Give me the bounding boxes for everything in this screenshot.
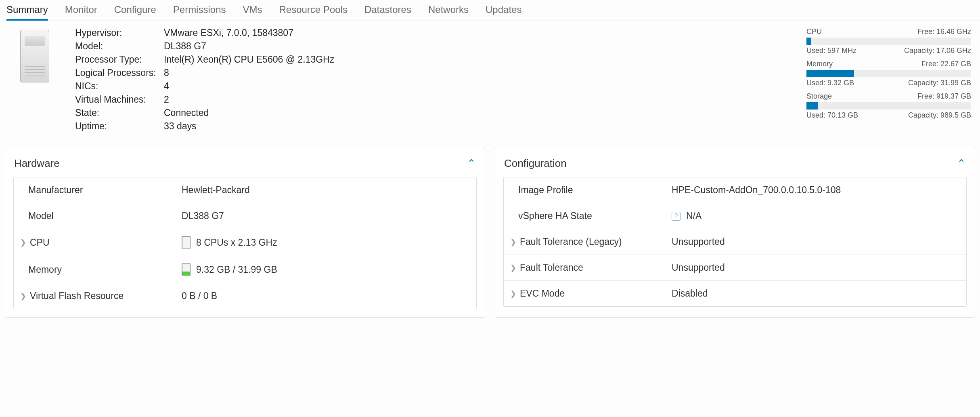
meter-cpu-bar [806, 38, 971, 45]
meter-memory-capacity: Capacity: 31.99 GB [908, 79, 971, 87]
value-nics: 4 [164, 81, 334, 92]
value-model: DL388 G7 [164, 41, 334, 52]
label-cpu: CPU [30, 237, 50, 248]
tab-networks[interactable]: Networks [428, 0, 469, 21]
tab-monitor[interactable]: Monitor [65, 0, 97, 21]
label-manufacturer: Manufacturer [28, 185, 83, 196]
tab-summary[interactable]: Summary [6, 0, 48, 21]
host-properties: Hypervisor: VMware ESXi, 7.0.0, 15843807… [75, 27, 334, 132]
label-memory: Memory [28, 264, 62, 275]
value-vflash: 0 B / 0 B [182, 291, 217, 301]
tab-permissions[interactable]: Permissions [173, 0, 226, 21]
summary-header: Hypervisor: VMware ESXi, 7.0.0, 15843807… [0, 21, 980, 148]
label-processor: Processor Type: [75, 54, 164, 65]
label-state: State: [75, 107, 164, 118]
label-ft: Fault Tolerance [520, 262, 583, 273]
tab-datastores[interactable]: Datastores [364, 0, 411, 21]
value-ha-state: N/A [686, 211, 701, 221]
label-image-profile: Image Profile [518, 185, 573, 196]
expand-cpu-icon[interactable]: ❯ [20, 238, 27, 247]
meter-storage-title: Storage [806, 92, 832, 101]
label-ha-state: vSphere HA State [518, 211, 592, 221]
value-memory: 9.32 GB / 31.99 GB [196, 264, 277, 275]
value-state: Connected [164, 107, 334, 118]
meter-memory: Memory Free: 22.67 GB Used: 9.32 GB Capa… [806, 60, 971, 87]
row-manufacturer: Manufacturer Hewlett-Packard [14, 177, 476, 203]
meter-cpu-free: Free: 16.46 GHz [917, 27, 971, 36]
value-ft: Unsupported [672, 262, 725, 273]
label-vflash: Virtual Flash Resource [30, 291, 124, 301]
panel-hardware-title: Hardware [14, 157, 60, 170]
label-ft-legacy: Fault Tolerance (Legacy) [520, 236, 622, 247]
help-icon[interactable]: ? [672, 212, 681, 221]
label-nics: NICs: [75, 81, 164, 92]
panel-configuration-title: Configuration [504, 157, 567, 170]
value-evc: Disabled [672, 288, 708, 299]
expand-ft-icon[interactable]: ❯ [510, 263, 517, 272]
row-ft: ❯Fault Tolerance Unsupported [504, 255, 966, 281]
collapse-hardware-icon[interactable]: ⌃ [467, 157, 476, 170]
cpu-chip-icon [182, 236, 191, 249]
meter-storage-bar [806, 102, 971, 110]
row-cpu: ❯CPU 8 CPUs x 2.13 GHz [14, 229, 476, 256]
meter-storage-used: Used: 70.13 GB [806, 111, 858, 120]
tab-updates[interactable]: Updates [486, 0, 521, 21]
expand-vflash-icon[interactable]: ❯ [20, 292, 27, 301]
panel-configuration: Configuration ⌃ Image Profile HPE-Custom… [495, 148, 975, 318]
collapse-configuration-icon[interactable]: ⌃ [957, 157, 966, 170]
expand-ft-legacy-icon[interactable]: ❯ [510, 238, 517, 246]
row-memory: Memory 9.32 GB / 31.99 GB [14, 256, 476, 283]
meter-cpu-used: Used: 597 MHz [806, 46, 856, 55]
label-model: Model: [75, 41, 164, 52]
memory-chip-icon [182, 263, 191, 276]
configuration-table: Image Profile HPE-Custom-AddOn_700.0.0.1… [503, 177, 967, 307]
value-processor: Intel(R) Xeon(R) CPU E5606 @ 2.13GHz [164, 54, 334, 65]
meter-cpu-title: CPU [806, 27, 822, 36]
label-hypervisor: Hypervisor: [75, 27, 164, 38]
meter-memory-title: Memory [806, 60, 833, 68]
value-manufacturer: Hewlett-Packard [182, 185, 250, 196]
label-evc: EVC Mode [520, 288, 565, 299]
row-ha-state: vSphere HA State ?N/A [504, 203, 966, 229]
row-image-profile: Image Profile HPE-Custom-AddOn_700.0.0.1… [504, 177, 966, 203]
row-ft-legacy: ❯Fault Tolerance (Legacy) Unsupported [504, 229, 966, 255]
resource-meters: CPU Free: 16.46 GHz Used: 597 MHz Capaci… [806, 27, 976, 124]
value-vms: 2 [164, 94, 334, 105]
host-icon [15, 30, 55, 82]
tab-configure[interactable]: Configure [114, 0, 156, 21]
label-uptime: Uptime: [75, 121, 164, 132]
value-hypervisor: VMware ESXi, 7.0.0, 15843807 [164, 27, 334, 38]
tab-vms[interactable]: VMs [243, 0, 262, 21]
meter-memory-used: Used: 9.32 GB [806, 79, 854, 87]
value-cpu: 8 CPUs x 2.13 GHz [196, 237, 277, 248]
value-image-profile: HPE-Custom-AddOn_700.0.0.10.5.0-108 [672, 185, 841, 196]
label-logical: Logical Processors: [75, 67, 164, 78]
label-vms: Virtual Machines: [75, 94, 164, 105]
meter-memory-bar [806, 70, 971, 77]
row-vflash: ❯Virtual Flash Resource 0 B / 0 B [14, 283, 476, 309]
expand-evc-icon[interactable]: ❯ [510, 289, 517, 298]
tab-resource-pools[interactable]: Resource Pools [279, 0, 347, 21]
row-evc: ❯EVC Mode Disabled [504, 281, 966, 306]
panel-hardware: Hardware ⌃ Manufacturer Hewlett-Packard … [5, 148, 485, 318]
label-hw-model: Model [28, 211, 54, 221]
value-logical: 8 [164, 67, 334, 78]
meter-storage: Storage Free: 919.37 GB Used: 70.13 GB C… [806, 92, 971, 120]
value-hw-model: DL388 G7 [182, 211, 224, 221]
panels: Hardware ⌃ Manufacturer Hewlett-Packard … [0, 148, 980, 318]
meter-cpu: CPU Free: 16.46 GHz Used: 597 MHz Capaci… [806, 27, 971, 55]
hardware-table: Manufacturer Hewlett-Packard Model DL388… [13, 177, 477, 309]
meter-memory-free: Free: 22.67 GB [921, 60, 971, 68]
meter-storage-free: Free: 919.37 GB [917, 92, 971, 101]
meter-storage-capacity: Capacity: 989.5 GB [908, 111, 971, 120]
value-ft-legacy: Unsupported [672, 236, 725, 247]
row-hw-model: Model DL388 G7 [14, 203, 476, 229]
tab-bar: Summary Monitor Configure Permissions VM… [0, 0, 980, 21]
meter-cpu-capacity: Capacity: 17.06 GHz [904, 46, 971, 55]
value-uptime: 33 days [164, 121, 334, 132]
